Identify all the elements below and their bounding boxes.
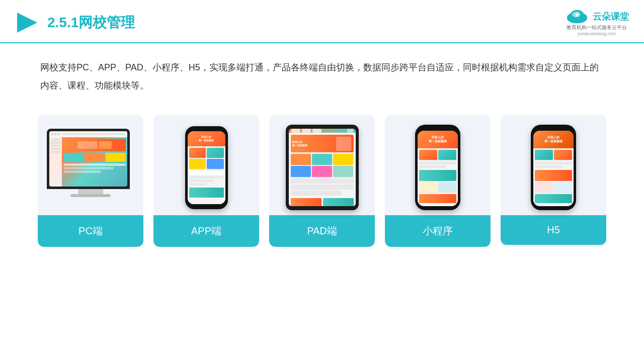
logo-subtitle: 教育机构一站式服务云平台: [567, 24, 627, 31]
card-pc: PC端: [38, 115, 143, 247]
phone-mockup-app: 职途人的第一堂刷题课: [185, 126, 228, 209]
card-pc-image: [38, 115, 143, 215]
card-app-image: 职途人的第一堂刷题课: [153, 115, 259, 215]
card-pad-image: 职途人的第一堂刷题课: [269, 115, 375, 215]
card-app-label: APP端: [153, 215, 259, 247]
logo-text: 云朵课堂: [593, 11, 629, 23]
card-pc-label: PC端: [38, 215, 143, 247]
card-h5-image: 职途人的第一堂刷题课: [501, 115, 606, 215]
title-main: 网校管理: [78, 15, 135, 30]
description-paragraph: 网校支持PC、APP、PAD、小程序、H5，实现多端打通，产品各终端自由切换，数…: [40, 58, 604, 95]
cloud-logo-icon: [565, 9, 590, 24]
header: 2.5.1网校管理 云朵课堂 教育机构一站式服务云平台 yunduoketang…: [0, 0, 644, 43]
card-pad-label: PAD端: [269, 215, 375, 247]
card-app: 职途人的第一堂刷题课: [153, 115, 259, 247]
svg-marker-0: [17, 13, 37, 33]
card-h5: 职途人的第一堂刷题课: [501, 115, 606, 247]
logo-area: 云朵课堂 教育机构一站式服务云平台 yunduoketang.com: [565, 9, 629, 36]
header-left: 2.5.1网校管理: [15, 11, 135, 35]
description-text: 网校支持PC、APP、PAD、小程序、H5，实现多端打通，产品各终端自由切换，数…: [0, 43, 644, 100]
card-miniprogram-image: 职途人的第一堂刷题课: [385, 115, 491, 215]
cards-container: PC端 职途人的第一堂刷题课: [0, 100, 644, 262]
title-prefix: 2.5.1: [47, 15, 78, 30]
phone-mockup-miniprogram: 职途人的第一堂刷题课: [415, 125, 460, 210]
logo-url: yunduoketang.com: [578, 31, 616, 36]
card-miniprogram: 职途人的第一堂刷题课: [385, 115, 491, 247]
page-title: 2.5.1网校管理: [47, 13, 135, 32]
phone-mockup-h5: 职途人的第一堂刷题课: [531, 125, 576, 210]
logo-cloud: 云朵课堂: [565, 9, 629, 24]
card-miniprogram-label: 小程序: [385, 215, 491, 247]
play-icon: [15, 11, 39, 35]
card-h5-label: H5: [501, 215, 606, 245]
tablet-mockup: 职途人的第一堂刷题课: [286, 125, 359, 210]
pc-mockup: [47, 129, 135, 207]
card-pad: 职途人的第一堂刷题课: [269, 115, 375, 247]
